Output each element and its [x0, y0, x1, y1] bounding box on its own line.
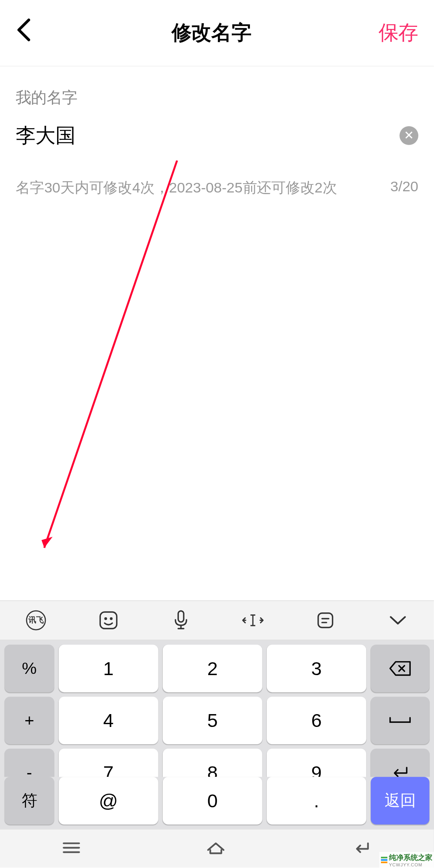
back-icon[interactable] — [16, 18, 49, 48]
key-5[interactable]: 5 — [163, 697, 262, 744]
key-0[interactable]: 0 — [163, 777, 262, 824]
name-input[interactable] — [16, 124, 400, 147]
clear-icon[interactable]: ✕ — [399, 126, 418, 145]
key-2[interactable]: 2 — [163, 645, 262, 692]
page-title: 修改名字 — [49, 19, 374, 46]
svg-point-3 — [104, 617, 107, 620]
emoji-icon[interactable] — [97, 609, 119, 631]
backspace-key[interactable] — [371, 645, 430, 692]
key-4[interactable]: 4 — [59, 697, 158, 744]
key-at[interactable]: @ — [59, 777, 158, 824]
home-icon[interactable] — [205, 840, 227, 858]
return-key[interactable]: 返回 — [371, 777, 430, 824]
svg-rect-2 — [100, 612, 117, 628]
clipboard-icon[interactable] — [314, 609, 336, 631]
ime-xunfei-icon[interactable]: 讯飞 — [25, 609, 47, 631]
key-6[interactable]: 6 — [267, 697, 366, 744]
space-key[interactable] — [371, 697, 430, 744]
watermark: 纯净系统之家 YCWJYY.COM — [379, 852, 434, 868]
hint-text: 名字30天内可修改4次，2023-08-25前还可修改2次 — [16, 178, 337, 197]
cursor-move-icon[interactable] — [242, 609, 264, 631]
key-3[interactable]: 3 — [267, 645, 366, 692]
save-button[interactable]: 保存 — [374, 19, 418, 46]
counter: 3/20 — [390, 178, 418, 197]
key-percent[interactable]: % — [4, 645, 54, 692]
collapse-keyboard-icon[interactable] — [387, 609, 409, 631]
key-1[interactable]: 1 — [59, 645, 158, 692]
svg-point-4 — [110, 617, 113, 620]
key-plus[interactable]: + — [4, 697, 54, 744]
svg-rect-9 — [318, 613, 333, 628]
back-nav-icon[interactable] — [350, 840, 372, 858]
field-label: 我的名字 — [16, 88, 418, 108]
symbol-key[interactable]: 符 — [4, 777, 54, 824]
mic-icon[interactable] — [170, 609, 192, 631]
key-dot[interactable]: . — [267, 777, 366, 824]
recent-apps-icon[interactable] — [61, 840, 82, 857]
svg-rect-5 — [178, 611, 184, 622]
